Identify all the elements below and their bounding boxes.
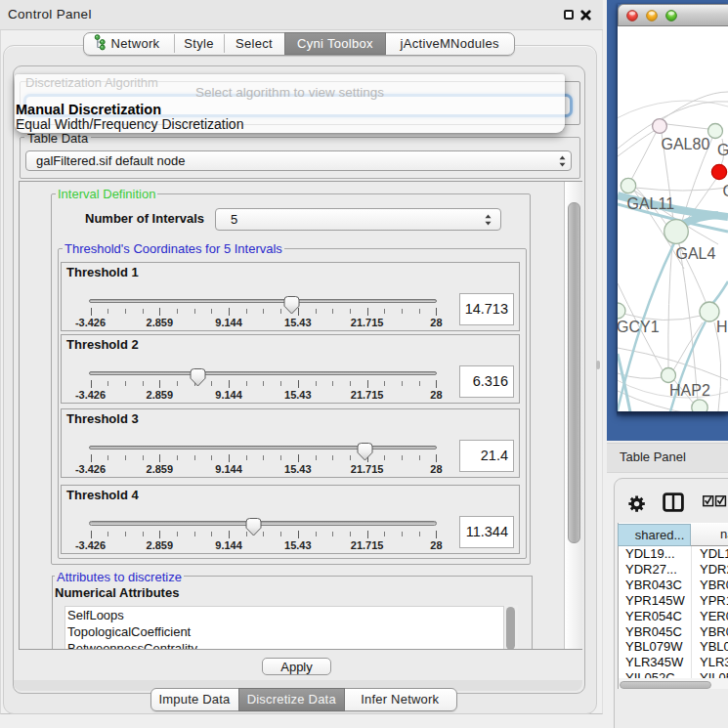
svg-text:GAL80: GAL80 [662, 136, 710, 152]
svg-text:G: G [723, 183, 728, 199]
svg-text:GAL4: GAL4 [676, 245, 716, 262]
svg-text:GCY1: GCY1 [618, 319, 660, 335]
svg-text:GA: GA [717, 142, 728, 158]
svg-text:GAL11: GAL11 [627, 195, 675, 212]
svg-text:HAP2: HAP2 [669, 382, 710, 399]
svg-text:H: H [716, 319, 728, 335]
